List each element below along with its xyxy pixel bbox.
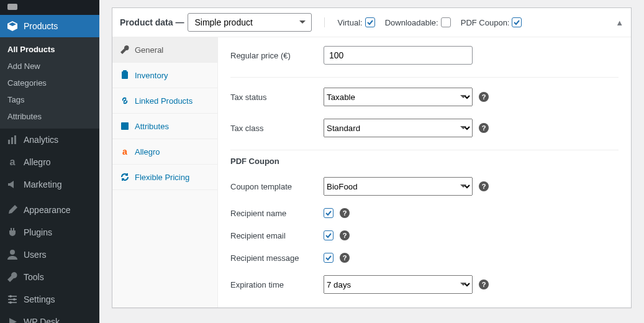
product-data-panel: Product data — Simple product Virtual: D… <box>112 7 632 308</box>
svg-point-10 <box>9 301 12 304</box>
recipient-name-checkbox[interactable] <box>324 208 333 218</box>
menu-label: Products <box>24 21 58 31</box>
allegro-icon: a <box>6 156 19 168</box>
regular-price-label: Regular price (€) <box>230 51 324 60</box>
svg-rect-12 <box>123 70 127 72</box>
tab-allegro[interactable]: a Allegro <box>112 139 217 165</box>
svg-rect-2 <box>11 137 13 144</box>
menu-users[interactable]: Users <box>0 243 99 266</box>
svg-point-9 <box>13 298 16 301</box>
tab-linked[interactable]: Linked Products <box>112 88 217 114</box>
brush-icon <box>6 204 19 216</box>
menu-appearance[interactable]: Appearance <box>0 199 99 221</box>
woo-icon <box>6 0 19 12</box>
submenu-attributes[interactable]: Attributes <box>0 108 99 125</box>
submenu-add-new[interactable]: Add New <box>0 58 99 75</box>
virtual-label: Virtual: <box>337 18 362 27</box>
tax-status-label: Tax status <box>230 93 324 102</box>
pdf-coupon-checkbox[interactable] <box>512 17 522 27</box>
pdf-coupon-option: PDF Coupon: <box>461 17 522 27</box>
downloadable-label: Downloadable: <box>385 18 438 27</box>
menu-wpdesk[interactable]: WP Desk <box>0 311 99 323</box>
menu-label: Allegro <box>24 157 51 167</box>
clipboard-icon <box>120 70 130 80</box>
wrench-icon <box>6 271 19 283</box>
menu-label: Tools <box>24 272 44 282</box>
recipient-email-checkbox[interactable] <box>324 230 333 240</box>
tax-class-select[interactable]: Standard <box>324 119 473 137</box>
svg-point-8 <box>9 295 12 298</box>
menu-label: Settings <box>24 294 55 304</box>
plug-icon <box>6 226 19 239</box>
help-icon[interactable]: ? <box>340 208 350 218</box>
menu-products[interactable]: Products <box>0 15 99 37</box>
menu-analytics[interactable]: Analytics <box>0 129 99 151</box>
recipient-message-checkbox[interactable] <box>324 253 333 263</box>
tax-status-select[interactable]: Taxable <box>324 88 473 106</box>
panel-title: Product data — <box>120 17 184 27</box>
submenu-all-products[interactable]: All Products <box>0 41 99 58</box>
link-icon <box>120 96 130 106</box>
regular-price-input[interactable] <box>324 46 473 65</box>
tab-inventory[interactable]: Inventory <box>112 63 217 88</box>
tax-class-label: Tax class <box>230 124 324 133</box>
recipient-message-label: Recipient message <box>230 253 324 263</box>
chart-icon <box>6 134 19 146</box>
menu-allegro[interactable]: a Allegro <box>0 151 99 173</box>
coupon-template-select[interactable]: BioFood <box>324 177 473 196</box>
user-icon <box>6 248 19 261</box>
tab-label: Flexible Pricing <box>135 173 189 182</box>
menu-marketing[interactable]: Marketing <box>0 173 99 196</box>
help-icon[interactable]: ? <box>479 92 489 102</box>
general-form: Regular price (€) Tax status Taxable ? <box>218 37 631 307</box>
svg-rect-1 <box>8 140 10 144</box>
menu-plugins[interactable]: Plugins <box>0 221 99 243</box>
panel-collapse-toggle[interactable]: ▲ <box>615 18 624 27</box>
menu-label: Marketing <box>24 180 61 189</box>
tab-flexible-pricing[interactable]: Flexible Pricing <box>112 165 217 190</box>
virtual-checkbox[interactable] <box>365 17 375 27</box>
svg-rect-13 <box>121 122 129 130</box>
play-icon <box>6 316 19 323</box>
sliders-icon <box>6 293 19 306</box>
menu-settings[interactable]: Settings <box>0 288 99 311</box>
help-icon[interactable]: ? <box>340 230 350 240</box>
help-icon[interactable]: ? <box>340 253 350 263</box>
help-icon[interactable]: ? <box>479 181 489 191</box>
tab-label: Attributes <box>135 122 169 131</box>
submenu-categories[interactable]: Categories <box>0 75 99 91</box>
box-icon <box>6 20 19 32</box>
downloadable-checkbox[interactable] <box>441 17 451 27</box>
note-icon <box>120 121 130 131</box>
menu-label: Analytics <box>24 135 58 145</box>
submenu-tags[interactable]: Tags <box>0 91 99 108</box>
main-content: Product data — Simple product Virtual: D… <box>99 0 644 323</box>
help-icon[interactable]: ? <box>479 280 489 289</box>
tab-label: General <box>135 45 163 55</box>
tab-label: Allegro <box>135 147 160 157</box>
menu-label: WP Desk <box>24 317 60 323</box>
recipient-email-label: Recipient email <box>230 231 324 240</box>
product-type-select[interactable]: Simple product <box>188 13 312 32</box>
admin-sidebar: Products All Products Add New Categories… <box>0 0 99 323</box>
menu-woocommerce[interactable] <box>0 0 99 15</box>
menu-tools[interactable]: Tools <box>0 266 99 288</box>
virtual-option: Virtual: <box>337 17 374 27</box>
help-icon[interactable]: ? <box>479 123 489 133</box>
tab-general[interactable]: General <box>112 37 217 63</box>
svg-rect-11 <box>122 71 128 79</box>
megaphone-icon <box>6 178 19 191</box>
refresh-icon <box>120 172 130 182</box>
svg-rect-3 <box>14 135 16 144</box>
tab-label: Linked Products <box>135 96 193 106</box>
svg-rect-0 <box>7 4 17 10</box>
expiration-select[interactable]: 7 days <box>324 275 473 294</box>
menu-label: Appearance <box>24 205 71 215</box>
expiration-label: Expiration time <box>230 280 324 289</box>
coupon-template-label: Coupon template <box>230 182 324 191</box>
wrench-icon <box>120 45 130 55</box>
tab-label: Inventory <box>135 71 168 80</box>
tab-attributes[interactable]: Attributes <box>112 114 217 139</box>
downloadable-option: Downloadable: <box>385 17 451 27</box>
submenu-products: All Products Add New Categories Tags Att… <box>0 37 99 129</box>
